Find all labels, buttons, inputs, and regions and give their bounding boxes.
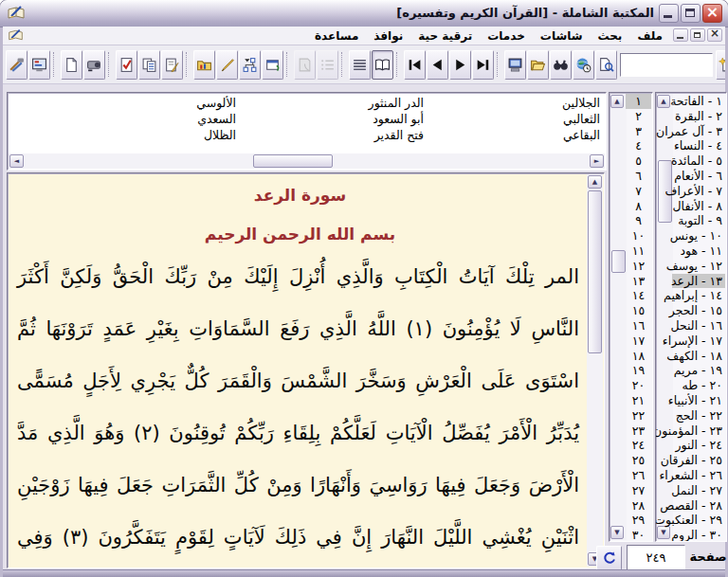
globe-clock-button[interactable] xyxy=(573,50,594,80)
surah-item[interactable]: ٩ - التوبة xyxy=(672,213,725,228)
projector-button[interactable] xyxy=(83,50,105,80)
verse-number-item[interactable]: ١ xyxy=(626,94,651,109)
verse-number-item[interactable]: ٢٢ xyxy=(626,408,651,424)
surah-item[interactable]: ٥ - المائدة xyxy=(672,153,725,169)
surah-item[interactable]: ٣٠ - الروم xyxy=(672,528,725,542)
tools-button[interactable] xyxy=(6,50,27,80)
verse-number-item[interactable]: ١١ xyxy=(626,243,651,259)
surah-item[interactable]: ٢٦ - الشعراء xyxy=(672,468,725,483)
refresh-page-button[interactable] xyxy=(596,546,622,570)
verse-number-item[interactable]: ١٢ xyxy=(626,259,651,274)
verse-number-item[interactable]: ١٣ xyxy=(626,274,651,289)
verse-number-item[interactable]: ٥ xyxy=(626,153,651,169)
surah-item[interactable]: ١٥ - الحجر xyxy=(672,303,725,318)
verse-number-item[interactable]: ١٠ xyxy=(626,228,651,243)
edit-page-button[interactable] xyxy=(161,50,183,80)
commentator-item[interactable]: البقاعي xyxy=(424,127,600,143)
scroll-left-icon[interactable]: ◄ xyxy=(9,154,24,168)
surah-item[interactable]: ٢ - البقرة xyxy=(672,109,725,124)
surah-item[interactable]: ٤ - النساء xyxy=(672,138,725,153)
page-search-button[interactable] xyxy=(595,50,617,80)
align-lines-button[interactable] xyxy=(349,50,371,80)
scroll-up-icon[interactable]: ▲ xyxy=(610,95,624,108)
tree-view-button[interactable] xyxy=(239,50,261,80)
scrollbar-thumb[interactable] xyxy=(588,190,602,353)
menu-item[interactable]: شاشات xyxy=(533,29,591,43)
surah-item[interactable]: ١ - الفاتحة xyxy=(672,94,725,109)
verse-number-item[interactable]: ٢١ xyxy=(626,393,651,408)
commentator-item[interactable]: السعدي xyxy=(11,111,236,127)
verse-number-item[interactable]: ٦ xyxy=(626,169,651,184)
verse-number-item[interactable]: ١٧ xyxy=(626,334,651,349)
minimize-button[interactable] xyxy=(659,4,679,23)
screen-button[interactable] xyxy=(28,50,50,80)
commentator-item[interactable]: أبو السعود xyxy=(236,111,424,127)
scroll-right-icon[interactable]: ► xyxy=(590,154,604,168)
text-vertical-scrollbar[interactable]: ▲ ▼ xyxy=(587,174,603,567)
properties-button[interactable] xyxy=(262,50,283,80)
verse-number-item[interactable]: ١٩ xyxy=(626,363,651,378)
search-input[interactable] xyxy=(620,53,713,77)
verse-number-item[interactable]: ٢٥ xyxy=(626,453,651,468)
surah-item[interactable]: ٢٩ - العنكبوت xyxy=(672,513,725,528)
copy-button[interactable] xyxy=(138,50,160,80)
commentator-item[interactable]: الدر المنثور xyxy=(236,95,424,111)
surah-item[interactable]: ١١ - هود xyxy=(672,243,725,259)
verse-number-item[interactable]: ٢٩ xyxy=(626,513,651,528)
surah-item[interactable]: ٦ - الأنعام xyxy=(672,169,725,184)
surah-item[interactable]: ١٠ - يونس xyxy=(672,228,725,243)
folder-chart-button[interactable] xyxy=(193,50,215,80)
surah-item[interactable]: ٢٧ - النمل xyxy=(672,483,725,498)
verse-number-item[interactable]: ٢٠ xyxy=(626,378,651,393)
menu-item[interactable]: نوافذ xyxy=(366,29,410,43)
commentator-item[interactable]: فتح القدير xyxy=(236,127,424,143)
new-page-button[interactable] xyxy=(61,50,82,80)
scroll-down-icon[interactable]: ▼ xyxy=(657,526,670,539)
menu-item[interactable]: ملف xyxy=(629,29,670,43)
pencil-button[interactable] xyxy=(216,50,238,80)
surah-item[interactable]: ٢٨ - القصص xyxy=(672,498,725,514)
verse-number-item[interactable]: ٩ xyxy=(626,213,651,228)
mdi-restore-button[interactable] xyxy=(690,28,705,42)
maximize-button[interactable] xyxy=(681,4,701,23)
verse-number-item[interactable]: ١٦ xyxy=(626,318,651,334)
mdi-close-button[interactable] xyxy=(707,28,722,42)
close-button[interactable] xyxy=(702,4,722,23)
verse-number-item[interactable]: ١٤ xyxy=(626,288,651,303)
surah-item[interactable]: ٣ - آل عمران xyxy=(672,124,725,139)
commentator-item[interactable]: الثعالبي xyxy=(424,111,600,127)
binoculars-button[interactable] xyxy=(550,50,572,80)
checklist-button[interactable] xyxy=(116,50,137,80)
scroll-up-icon[interactable]: ▲ xyxy=(657,95,670,108)
surah-item[interactable]: ٢٤ - النور xyxy=(672,438,725,453)
nav-last-button[interactable] xyxy=(472,50,494,80)
verse-number-item[interactable]: ٢٨ xyxy=(626,498,651,514)
verse-number-item[interactable]: ٢٦ xyxy=(626,468,651,483)
verse-number-item[interactable]: ٨ xyxy=(626,199,651,214)
open-folder-button[interactable] xyxy=(527,50,549,80)
surah-item[interactable]: ١٣ - الرعد xyxy=(672,274,725,289)
surah-item[interactable]: ١٩ - مريم xyxy=(672,363,725,378)
surah-item[interactable]: ١٢ - يوسف xyxy=(672,259,725,274)
verse-number-item[interactable]: ٢٧ xyxy=(626,483,651,498)
mdi-minimize-button[interactable] xyxy=(673,28,688,42)
nav-prev-button[interactable] xyxy=(427,50,448,80)
verse-number-item[interactable]: ٣٠ xyxy=(626,528,651,542)
verse-number-item[interactable]: ٣ xyxy=(626,124,651,139)
sparkle-page-button[interactable] xyxy=(716,50,725,80)
nav-next-button[interactable] xyxy=(449,50,471,80)
scrollbar-thumb[interactable] xyxy=(611,250,626,273)
menu-item[interactable]: خدمات xyxy=(480,29,533,43)
commentator-item[interactable]: الألوسي xyxy=(11,95,236,111)
verse-number-item[interactable]: ١٨ xyxy=(626,349,651,364)
surah-item[interactable]: ٢١ - الأنبياء xyxy=(672,393,725,408)
verse-number-item[interactable]: ٧ xyxy=(626,184,651,199)
surah-item[interactable]: ١٤ - إبراهيم xyxy=(672,288,725,303)
surah-item[interactable]: ٢٥ - الفرقان xyxy=(672,453,725,468)
menu-item[interactable]: مساعدة xyxy=(307,29,366,43)
page-number-input[interactable] xyxy=(627,545,685,570)
surah-item[interactable]: ٨ - الأنفال xyxy=(672,199,725,214)
surah-item[interactable]: ٧ - الأعراف xyxy=(672,184,725,199)
verse-number-item[interactable]: ١٥ xyxy=(626,303,651,318)
nav-first-button[interactable] xyxy=(404,50,426,80)
